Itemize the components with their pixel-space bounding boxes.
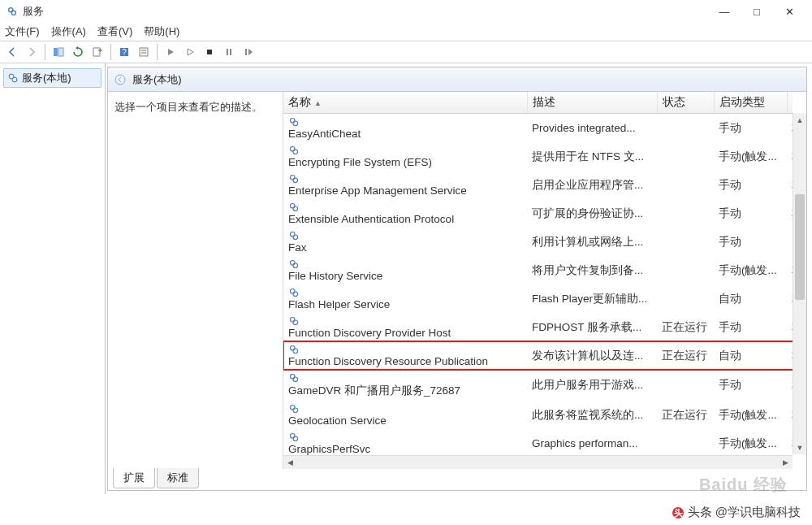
minimize-button[interactable]: — [708,0,741,23]
cell-logon: 本 [787,370,793,401]
table-row[interactable]: Extensible Authentication Protocol可扩展的身份… [283,199,793,228]
main-body: 选择一个项目来查看它的描述。 名称▲ 描述 状态 启动类型 登 [108,92,806,469]
main-pane: 服务(本地) 选择一个项目来查看它的描述。 名称▲ 描述 状态 启动类型 登 [107,67,807,491]
cell-name: Encrypting File System (EFS) [283,142,527,171]
scroll-up-icon[interactable]: ▲ [793,113,806,127]
play-button[interactable] [181,43,199,61]
cell-logon: 本 [787,284,793,313]
horizontal-scrollbar[interactable]: ◀ ▶ [283,455,793,469]
back-button[interactable] [3,43,21,61]
menu-view[interactable]: 查看(V) [97,24,132,39]
svg-point-17 [290,118,295,123]
properties-button[interactable] [135,43,153,61]
close-button[interactable]: ✕ [773,0,806,23]
cell-desc: Flash Player更新辅助... [527,284,657,313]
main-header: 服务(本地) [108,67,806,92]
toolbar: ? [0,41,812,63]
back-icon[interactable] [114,74,126,85]
table-row[interactable]: Fax利用计算机或网络上...手动网 [283,228,793,256]
restart-button[interactable] [240,43,257,61]
table-row[interactable]: Function Discovery Resource Publication发… [283,341,793,370]
cell-status [657,429,714,455]
menu-action[interactable]: 操作(A) [51,24,86,39]
forward-button[interactable] [23,43,41,61]
cell-status: 正在运行 [657,313,714,341]
svg-point-33 [290,345,295,350]
cell-logon: 本 [787,341,793,370]
cell-startup: 手动 [714,313,787,341]
tree-root-item[interactable]: 服务(本地) [3,68,102,88]
cell-desc: 此服务将监视系统的... [527,401,657,429]
start-button[interactable] [162,43,179,61]
cell-desc: 可扩展的身份验证协... [527,199,657,228]
cell-name: Enterprise App Management Service [283,171,527,199]
service-table: 名称▲ 描述 状态 启动类型 登 EasyAntiCheatProvides i… [283,92,793,455]
table-row[interactable]: Function Discovery Provider HostFDPHOST … [283,313,793,341]
cell-desc: 提供用于在 NTFS 文... [527,142,657,171]
tree-root-label: 服务(本地) [22,71,71,85]
cell-logon: 本 [787,429,793,455]
cell-name: GraphicsPerfSvc [283,429,527,455]
vertical-scrollbar[interactable]: ▲ ▼ [793,113,806,454]
maximize-button[interactable]: □ [741,0,773,23]
cell-desc: 发布该计算机以及连... [527,341,657,370]
stop-button[interactable] [201,43,218,61]
menubar: 文件(F) 操作(A) 查看(V) 帮助(H) [0,23,812,41]
cell-name: GameDVR 和广播用户服务_72687 [283,370,527,401]
table-row[interactable]: EasyAntiCheatProvides integrated...手动本 [283,114,793,143]
svg-point-18 [293,121,298,126]
tab-standard[interactable]: 标准 [157,468,199,488]
table-row[interactable]: Enterprise App Management Service启用企业应用程… [283,171,793,199]
cell-startup: 手动 [714,114,787,143]
col-name[interactable]: 名称▲ [283,92,527,114]
scroll-left-icon[interactable]: ◀ [283,456,297,469]
table-row[interactable]: GameDVR 和广播用户服务_72687此用户服务用于游戏...手动本 [283,370,793,401]
scroll-down-icon[interactable]: ▼ [793,440,806,454]
cell-name: Extensible Authentication Protocol [283,199,527,228]
cell-status [657,370,714,401]
table-row[interactable]: Flash Helper ServiceFlash Player更新辅助...自… [283,284,793,313]
col-status[interactable]: 状态 [657,92,714,114]
menu-file[interactable]: 文件(F) [5,24,40,39]
col-desc[interactable]: 描述 [527,92,657,114]
cell-logon: 本 [787,401,793,429]
help-button[interactable]: ? [115,43,133,61]
cell-name: Fax [283,228,527,256]
attribution: 头 头条 @学识电脑科技 [672,505,801,520]
tab-extended[interactable]: 扩展 [113,468,155,488]
cell-status [657,199,714,228]
app-icon [6,6,18,17]
pause-button[interactable] [220,43,238,61]
show-hide-tree-button[interactable] [50,43,67,61]
svg-point-25 [290,232,295,236]
table-row[interactable]: Encrypting File System (EFS)提供用于在 NTFS 文… [283,142,793,171]
svg-rect-12 [230,49,231,55]
scroll-thumb[interactable] [795,194,805,300]
export-button[interactable] [89,43,106,61]
col-logon[interactable]: 登 [787,92,793,114]
cell-status: 正在运行 [657,401,714,429]
svg-point-36 [293,377,298,382]
svg-rect-4 [93,48,100,56]
cell-status [657,256,714,284]
menu-help[interactable]: 帮助(H) [144,24,179,39]
cell-status [657,142,714,171]
table-row[interactable]: GraphicsPerfSvcGraphics performan...手动(触… [283,429,793,455]
svg-point-22 [293,178,298,183]
svg-point-35 [290,374,295,379]
hint-text: 选择一个项目来查看它的描述。 [114,100,276,115]
attribution-icon: 头 [672,506,685,519]
svg-point-27 [290,260,295,265]
svg-rect-13 [245,49,247,55]
col-startup[interactable]: 启动类型 [714,92,787,114]
cell-status [657,171,714,199]
svg-rect-7 [140,48,148,56]
scroll-right-icon[interactable]: ▶ [779,456,793,469]
table-row[interactable]: File History Service将用户文件复制到备...手动(触发...… [283,256,793,284]
description-pane: 选择一个项目来查看它的描述。 [108,92,283,469]
table-row[interactable]: Geolocation Service此服务将监视系统的...正在运行手动(触发… [283,401,793,429]
cell-name: File History Service [283,256,527,284]
cell-status [657,228,714,256]
svg-point-26 [293,235,298,240]
refresh-button[interactable] [69,43,87,61]
